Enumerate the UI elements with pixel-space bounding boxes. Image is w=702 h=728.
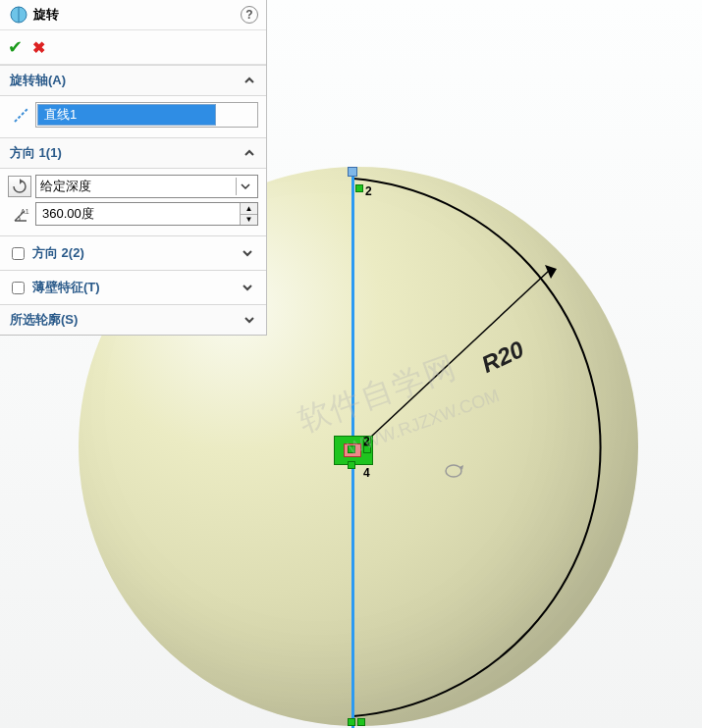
confirm-row: ✔ ✖ (0, 30, 266, 65)
axis-selection-input[interactable] (37, 104, 216, 126)
panel-header: 旋转 ? (0, 0, 266, 30)
chevron-down-icon (236, 178, 253, 195)
cancel-button[interactable]: ✖ (32, 38, 45, 57)
group-body-dir1: 给定深度 A1 ▲ ▼ (0, 169, 266, 235)
endpoint-handle-bottom[interactable] (348, 718, 355, 726)
group-title-dir1: 方向 1(1) (10, 144, 62, 162)
group-header-axis[interactable]: 旋转轴(A) (0, 65, 266, 96)
relation-handle[interactable] (357, 718, 365, 726)
rotate-indicator-icon (442, 461, 465, 481)
end-condition-dropdown[interactable]: 给定深度 (35, 175, 258, 198)
axis-selection-box[interactable] (35, 102, 258, 128)
chevron-up-icon (243, 74, 256, 87)
relation-handle[interactable] (348, 461, 355, 469)
thin-feature-checkbox[interactable] (12, 282, 25, 294)
end-condition-value: 给定深度 (40, 178, 236, 195)
angle-icon: A1 (8, 204, 35, 224)
panel-title: 旋转 (33, 6, 241, 24)
point-label: 4 (363, 466, 370, 480)
group-title-contours: 所选轮廓(S) (10, 311, 78, 329)
angle-spinner[interactable]: ▲ ▼ (35, 202, 258, 226)
ok-button[interactable]: ✔ (8, 36, 23, 58)
group-body-axis (0, 96, 266, 137)
endpoint-handle-top[interactable] (348, 167, 357, 177)
chevron-down-icon (243, 313, 256, 327)
group-title-dir2: 方向 2(2) (32, 244, 84, 262)
revolve-feature-icon (8, 4, 29, 26)
group-title-axis: 旋转轴(A) (10, 72, 66, 89)
relation-handle[interactable] (355, 184, 363, 192)
reverse-direction-button[interactable] (8, 176, 31, 197)
dir2-checkbox[interactable] (12, 247, 25, 260)
point-label: 2 (365, 184, 372, 198)
point-label: 2 (363, 435, 370, 448)
chevron-down-icon (241, 281, 254, 294)
group-header-thin[interactable]: 薄壁特征(T) (0, 270, 266, 304)
spin-up-button[interactable]: ▲ (241, 203, 257, 215)
axis-line-icon (8, 105, 35, 125)
group-title-thin: 薄壁特征(T) (32, 279, 100, 296)
svg-text:A1: A1 (21, 208, 29, 215)
angle-input[interactable] (36, 203, 240, 225)
spin-down-button[interactable]: ▼ (241, 215, 257, 226)
chevron-up-icon (243, 146, 256, 160)
group-header-dir2[interactable]: 方向 2(2) (0, 235, 266, 270)
group-header-contours[interactable]: 所选轮廓(S) (0, 304, 266, 335)
property-manager-panel: 旋转 ? ✔ ✖ 旋转轴(A) 方向 1(1) (0, 0, 267, 336)
relation-handle[interactable] (348, 445, 355, 453)
svg-line-2 (15, 108, 28, 122)
group-header-dir1[interactable]: 方向 1(1) (0, 137, 266, 169)
help-icon[interactable]: ? (241, 6, 258, 24)
chevron-down-icon (241, 246, 254, 260)
